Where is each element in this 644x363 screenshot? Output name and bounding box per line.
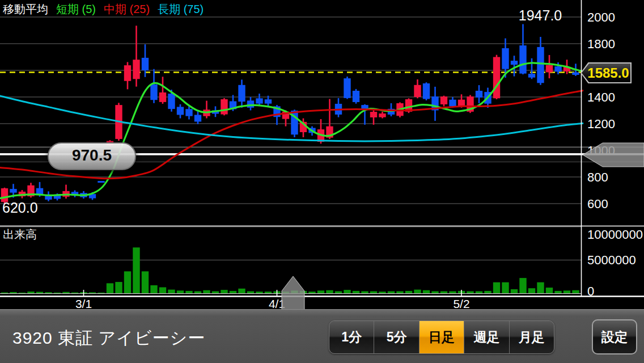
period-button-1min[interactable]: 1分: [329, 321, 374, 353]
svg-text:0: 0: [587, 284, 594, 298]
svg-text:10000000: 10000000: [587, 227, 643, 242]
settings-button[interactable]: 設定: [592, 319, 637, 354]
svg-text:800: 800: [587, 170, 608, 184]
svg-text:3/1: 3/1: [75, 297, 92, 309]
gridlines: [0, 17, 581, 260]
period-low-label: 620.0: [2, 200, 38, 216]
svg-text:2000: 2000: [587, 10, 615, 24]
legend-item-long: 長期 (75): [158, 2, 204, 17]
svg-text:1200: 1200: [587, 117, 615, 131]
legend-title: 移動平均: [3, 2, 48, 17]
period-high-label: 1947.0: [503, 7, 577, 24]
trading-app-window: 2000180014001200100080060010000000500000…: [0, 0, 644, 363]
svg-text:1800: 1800: [587, 37, 615, 51]
volume-pane-title: 出来高: [3, 227, 37, 242]
svg-text:600: 600: [587, 197, 608, 211]
period-button-daily[interactable]: 日足: [419, 321, 464, 353]
period-button-weekly[interactable]: 週足: [464, 321, 509, 353]
moving-average-legend: 移動平均 短期 (5) 中期 (25) 長期 (75): [3, 2, 204, 17]
period-button-5min[interactable]: 5分: [374, 321, 418, 353]
svg-text:1400: 1400: [587, 90, 615, 104]
legend-item-short: 短期 (5): [56, 2, 96, 17]
legend-item-mid: 中期 (25): [104, 2, 150, 17]
period-segmented-control: 1分 5分 日足 週足 月足: [329, 320, 554, 354]
time-scrub-handle-icon[interactable]: [282, 276, 304, 309]
period-button-monthly[interactable]: 月足: [509, 321, 554, 353]
symbol-title: 3920 東証 アイビーシー: [12, 327, 205, 350]
current-price-value: 1585.0: [582, 64, 630, 82]
current-price-badge: 1585.0: [581, 62, 632, 83]
svg-text:5000000: 5000000: [587, 253, 636, 267]
bottom-toolbar: 3920 東証 アイビーシー 1分 5分 日足 週足 月足 設定: [0, 309, 644, 363]
svg-text:5/2: 5/2: [453, 297, 469, 309]
reference-price-marker[interactable]: 970.5: [48, 142, 136, 170]
